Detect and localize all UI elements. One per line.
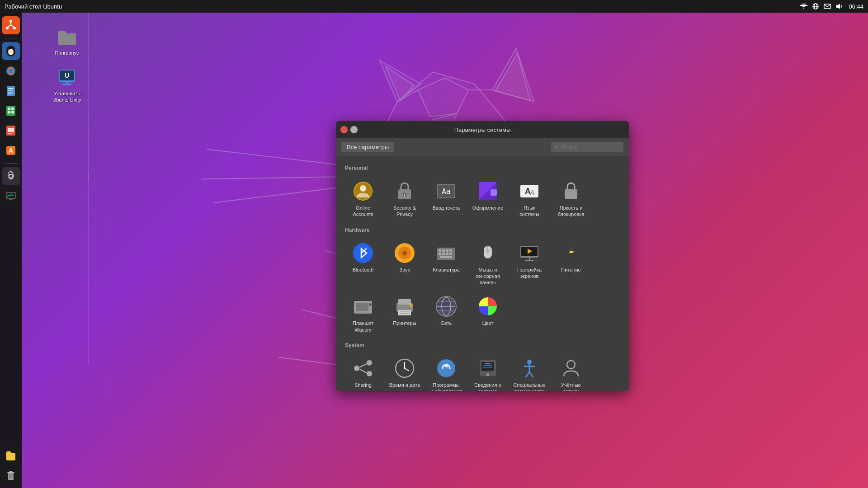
pingvinus-label: Пингвинус xyxy=(55,50,79,56)
svg-rect-127 xyxy=(525,260,534,261)
window-controls: × − xyxy=(340,126,358,133)
settings-item-accounts[interactable]: Учётныезаписи xyxy=(551,353,591,391)
settings-item-mouse[interactable]: Мышь исенсорнаяпанель xyxy=(468,238,508,290)
svg-rect-136 xyxy=(400,311,409,312)
svg-rect-36 xyxy=(8,128,14,132)
desktop-icon-install[interactable]: U УстановитьUbuntu Unity xyxy=(49,67,85,103)
mouse-icon xyxy=(477,242,499,264)
dock-files[interactable] xyxy=(2,446,20,465)
settings-item-wacom[interactable]: ПланшетWacom xyxy=(343,291,383,337)
search-input[interactable] xyxy=(561,144,620,150)
settings-item-sysinfo[interactable]: Сведения осистеме xyxy=(468,353,508,391)
svg-rect-104 xyxy=(565,189,577,199)
svg-line-167 xyxy=(526,372,529,377)
svg-point-24 xyxy=(9,69,13,73)
svg-marker-55 xyxy=(379,60,421,102)
power-icon xyxy=(560,242,582,264)
svg-rect-0 xyxy=(802,4,806,5)
settings-item-appearance[interactable]: Оформление xyxy=(468,176,508,221)
dock-calc[interactable] xyxy=(2,102,20,120)
datetime-label: Время и дата xyxy=(389,382,420,388)
svg-rect-1 xyxy=(800,5,807,6)
settings-item-datetime[interactable]: Время и дата xyxy=(385,353,425,391)
svg-marker-129 xyxy=(568,244,574,262)
dock-text-editor[interactable] xyxy=(2,82,20,100)
settings-item-accessibility[interactable]: Специальныевозможности xyxy=(509,353,549,391)
settings-item-bluetooth[interactable]: Bluetooth xyxy=(343,238,383,290)
svg-rect-120 xyxy=(440,256,452,258)
settings-item-language[interactable]: AA Языксистемы xyxy=(509,176,549,221)
svg-text:U: U xyxy=(65,72,69,79)
svg-point-123 xyxy=(486,249,489,252)
window-close-button[interactable]: × xyxy=(340,126,348,133)
printers-icon xyxy=(394,296,415,317)
search-icon xyxy=(555,144,558,150)
keyboard-label: Клавиатура xyxy=(433,267,460,273)
settings-item-network[interactable]: Сеть xyxy=(426,291,466,337)
language-icon: AA xyxy=(519,180,540,202)
install-label: УстановитьUbuntu Unity xyxy=(52,90,81,103)
bluetooth-icon xyxy=(352,242,374,264)
settings-item-keyboard[interactable]: Клавиатура xyxy=(426,238,466,290)
svg-rect-33 xyxy=(8,111,10,113)
dock-system-monitor[interactable] xyxy=(2,187,20,205)
settings-item-sharing[interactable]: Sharing xyxy=(343,353,383,391)
hardware-grid: Bluetooth Звук Клавиатура xyxy=(343,238,622,337)
dock-impress[interactable] xyxy=(2,122,20,140)
dock-firefox[interactable] xyxy=(2,62,20,80)
dock-appstore[interactable]: A xyxy=(2,141,20,160)
dock-separator-1 xyxy=(4,38,18,38)
bluetooth-label: Bluetooth xyxy=(353,267,373,273)
wacom-icon xyxy=(352,296,374,317)
sharing-icon xyxy=(352,357,374,379)
svg-marker-70 xyxy=(418,78,469,117)
volume-icon[interactable] xyxy=(835,2,843,10)
color-label: Цвет xyxy=(482,320,494,326)
svg-rect-26 xyxy=(8,88,14,89)
all-settings-button[interactable]: Все параметры xyxy=(341,142,394,152)
window-titlebar: × − Параметры системы xyxy=(336,121,629,138)
desktop-icon-pingvinus[interactable]: Пингвинус xyxy=(49,26,85,56)
taskbar-right: 06:44 xyxy=(800,2,863,10)
svg-rect-115 xyxy=(449,249,452,252)
settings-item-sound[interactable]: Звук xyxy=(385,238,425,290)
online-accounts-label: OnlineAccounts xyxy=(353,205,373,218)
system-grid: Sharing Время и дата Программыи обновлен… xyxy=(343,353,622,391)
settings-item-security[interactable]: Security &Privacy xyxy=(385,176,425,221)
dock-pingvinus[interactable] xyxy=(2,42,20,60)
dock-ubuntu-logo[interactable] xyxy=(2,16,20,34)
settings-item-printers[interactable]: Принтеры xyxy=(385,291,425,337)
settings-item-input-text[interactable]: Aa Ввод текста xyxy=(426,176,466,221)
svg-point-160 xyxy=(486,373,489,376)
globe-icon[interactable] xyxy=(811,2,820,10)
settings-item-color[interactable]: Цвет xyxy=(468,291,508,337)
settings-content: Personal OnlineAccounts Security &Privac… xyxy=(336,156,629,391)
settings-item-software[interactable]: Программыи обновления xyxy=(426,353,466,391)
svg-rect-119 xyxy=(449,253,452,255)
mail-icon[interactable] xyxy=(823,2,831,10)
svg-point-21 xyxy=(12,49,13,50)
software-label: Программыи обновления xyxy=(430,382,462,391)
appearance-label: Оформление xyxy=(472,205,503,211)
wacom-label: ПланшетWacom xyxy=(353,320,373,333)
settings-item-brightness[interactable]: Яркость иблокировка xyxy=(551,176,591,221)
settings-item-power[interactable]: Питание xyxy=(551,238,591,290)
section-hardware-label: Hardware xyxy=(345,227,622,233)
svg-rect-134 xyxy=(398,299,411,305)
svg-point-20 xyxy=(9,49,10,50)
network-icon[interactable] xyxy=(800,2,808,10)
settings-item-online-accounts[interactable]: OnlineAccounts xyxy=(343,176,383,221)
dock-trash[interactable] xyxy=(2,466,20,484)
window-minimize-button[interactable]: − xyxy=(350,126,358,133)
settings-item-displays[interactable]: Настройкаэкранов xyxy=(509,238,549,290)
brightness-label: Яркость иблокировка xyxy=(558,205,585,218)
dock-settings[interactable] xyxy=(2,167,20,185)
section-personal-label: Personal xyxy=(345,165,622,171)
svg-rect-112 xyxy=(439,249,441,252)
accounts-label: Учётныезаписи xyxy=(561,382,581,391)
svg-rect-100 xyxy=(491,189,497,196)
svg-rect-45 xyxy=(9,471,12,472)
svg-rect-28 xyxy=(8,92,14,93)
svg-rect-116 xyxy=(439,253,441,255)
sysinfo-label: Сведения осистеме xyxy=(474,382,501,391)
